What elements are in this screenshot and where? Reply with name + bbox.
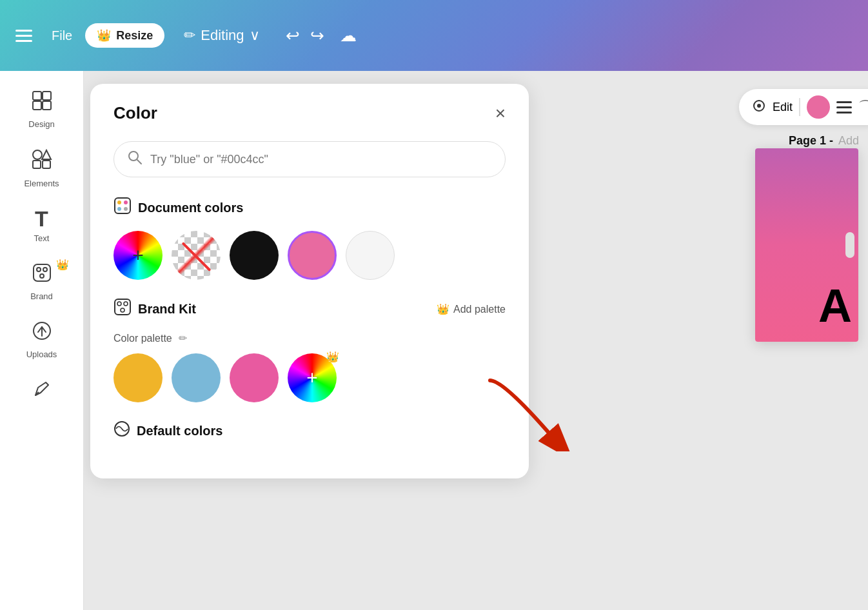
brand-crown-icon: 👑 [56,259,69,271]
crown-icon: 👑 [97,28,111,43]
svg-point-4 [33,150,42,159]
hamburger-menu[interactable] [15,30,32,42]
resize-label: Resize [116,29,153,43]
search-icon [127,150,143,169]
search-bar [113,141,506,177]
sidebar-item-draw[interactable] [0,372,83,410]
default-colors-section: Default colors [113,420,506,441]
editing-label: Editing [201,27,244,44]
uploads-label: Uploads [26,349,57,359]
color-palette-label: Color palette [113,333,172,344]
content-area: Color × [84,71,868,610]
default-colors-header: Default colors [113,420,506,441]
panel-title: Color [113,103,157,123]
svg-rect-8 [34,264,50,281]
color-search-input[interactable] [150,153,492,166]
svg-point-23 [117,302,121,306]
transparent-color-swatch[interactable] [172,231,221,280]
brand-kit-title: Brand Kit [138,302,196,317]
main-layout: Design Elements T Text 👑 [0,71,868,610]
edit-curve-icon[interactable]: ⌒ [858,97,868,117]
editing-button[interactable]: ✏ Editing ∨ [184,27,259,44]
panel-header: Color × [113,103,506,123]
color-panel: Color × [90,84,529,478]
add-palette-crown-icon: 👑 [437,303,449,315]
brand-icon [32,262,52,288]
edit-tool-icon [752,99,766,115]
uploads-icon [32,320,52,346]
design-label: Design [28,119,54,129]
svg-point-18 [117,201,121,204]
svg-point-19 [124,201,128,204]
sidebar-item-text[interactable]: T Text [0,201,83,250]
default-colors-title: Default colors [137,424,222,438]
canvas-page[interactable]: A [755,148,858,342]
file-menu[interactable]: File [52,28,72,43]
design-icon [32,90,52,115]
svg-point-9 [37,268,41,271]
hotpink-swatch[interactable] [230,353,279,402]
document-colors-icon [113,197,132,219]
document-colors-title: Document colors [138,201,243,215]
svg-point-25 [121,308,124,312]
brand-kit-header: Brand Kit 👑 Add palette [113,298,506,320]
add-brand-crown-icon: 👑 [326,351,339,363]
chevron-down-icon: ∨ [250,27,260,44]
redo-button[interactable]: ↪ [310,27,324,44]
canvas-preview-area: A [745,148,868,610]
lightblue-swatch[interactable] [172,353,221,402]
document-colors-section: Document colors [113,197,506,280]
svg-point-20 [117,207,121,211]
svg-point-10 [43,268,47,271]
svg-point-11 [40,274,44,278]
svg-rect-17 [115,198,130,213]
default-colors-icon [113,420,130,441]
sidebar-item-uploads[interactable]: Uploads [0,314,83,366]
page-add-label[interactable]: Add [838,134,859,148]
text-icon: T [35,208,48,230]
yellow-swatch[interactable] [113,353,163,402]
svg-point-21 [124,207,128,211]
pink-color-swatch[interactable] [288,231,337,280]
edit-label: Edit [773,101,793,114]
scroll-handle-right[interactable] [845,232,854,258]
undo-button[interactable]: ↩ [286,27,300,44]
add-color-swatch[interactable] [113,231,163,280]
svg-line-16 [137,160,141,164]
svg-rect-0 [33,92,41,100]
svg-point-29 [757,104,761,108]
pencil-icon: ✏ [184,27,195,44]
sidebar-item-brand[interactable]: 👑 Brand [0,256,83,308]
edit-lines-icon[interactable] [836,101,852,113]
brand-palette-swatches: 👑 + [113,353,506,402]
svg-rect-1 [43,92,51,100]
svg-rect-2 [33,101,41,110]
svg-point-15 [129,152,138,161]
history-controls: ↩ ↪ [286,27,324,44]
sidebar-item-elements[interactable]: Elements [0,142,83,195]
add-palette-button[interactable]: 👑 Add palette [437,303,506,315]
edit-toolbar: Edit ⌒ [739,89,868,125]
cloud-save-icon[interactable]: ☁ [340,26,357,46]
text-label: Text [34,233,50,243]
document-colors-swatches [113,231,506,280]
white-color-swatch[interactable] [346,231,395,280]
document-colors-header: Document colors [113,197,506,219]
red-arrow-annotation [484,374,587,454]
palette-edit-icon[interactable]: ✏ [179,332,187,344]
sidebar-item-design[interactable]: Design [0,84,83,135]
right-panel: Edit ⌒ Page 1 - Add [739,71,868,610]
palette-label-row: Color palette ✏ [113,332,506,344]
add-brand-color-swatch[interactable]: 👑 + [288,353,337,402]
add-palette-label: Add palette [453,304,506,315]
black-color-swatch[interactable] [230,231,279,280]
resize-button[interactable]: 👑 Resize [85,23,164,48]
svg-rect-7 [33,161,41,168]
edit-color-swatch[interactable] [807,95,830,119]
svg-marker-5 [42,150,51,159]
close-button[interactable]: × [495,104,506,123]
sidebar: Design Elements T Text 👑 [0,71,84,610]
elements-label: Elements [24,179,59,188]
svg-rect-6 [43,161,50,168]
topbar: File 👑 Resize ✏ Editing ∨ ↩ ↪ ☁ [0,0,868,71]
